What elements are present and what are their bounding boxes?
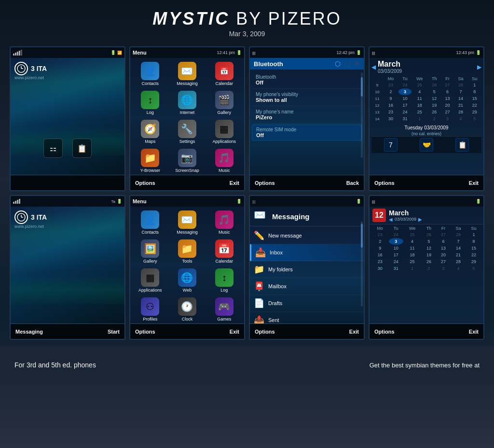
cal-day[interactable]: 25: [412, 109, 428, 115]
msg-item-sent[interactable]: 📤 Sent: [250, 312, 364, 323]
cal-day[interactable]: 23: [383, 109, 398, 115]
cal2-day[interactable]: 27: [436, 258, 451, 265]
cal-day[interactable]: 8: [467, 88, 481, 95]
bottom-messaging-home2[interactable]: Messaging: [15, 329, 43, 335]
cal2-day[interactable]: 11: [403, 245, 422, 252]
cal2-day[interactable]: 26: [421, 258, 436, 265]
contacts-icon[interactable]: 📋: [72, 139, 92, 158]
bottom-exit-msg1[interactable]: Exit: [349, 329, 359, 335]
cal-nav-left[interactable]: ◀: [371, 64, 376, 70]
cal-day[interactable]: 4: [412, 88, 428, 95]
menu2-item-web[interactable]: 🌐 Web: [169, 266, 206, 294]
menu2-item-gallery[interactable]: 🖼️ Gallery: [132, 238, 168, 266]
cal-day[interactable]: 24: [398, 82, 412, 88]
cal2-day[interactable]: 19: [421, 252, 436, 258]
cal2-day[interactable]: 4: [451, 265, 466, 272]
menu-item-screensnap[interactable]: 📷 ScreenSnap: [169, 147, 206, 175]
cal-day[interactable]: 1: [412, 115, 428, 122]
bottom-back-bt1[interactable]: Back: [346, 180, 359, 186]
menu2-item-apps[interactable]: ▦ Applications: [132, 266, 168, 294]
menu-icon[interactable]: ⚏: [43, 139, 63, 158]
cal-icon-2[interactable]: 🤝: [420, 138, 433, 152]
bottom-exit-menu1[interactable]: Exit: [230, 180, 239, 186]
cal2-day[interactable]: 20: [436, 252, 451, 258]
cal2-day[interactable]: 21: [451, 252, 466, 258]
cal-day[interactable]: 15: [467, 95, 481, 102]
cal-day[interactable]: 21: [454, 102, 468, 109]
bottom-options-menu2[interactable]: Options: [135, 329, 155, 335]
cal2-day[interactable]: 7: [451, 238, 466, 245]
bottom-options-bt1[interactable]: Options: [255, 180, 275, 186]
menu-item-gallery[interactable]: 🎬 Gallery: [206, 89, 242, 117]
cal2-day[interactable]: 6: [436, 238, 451, 245]
menu2-item-messaging[interactable]: ✉️ Messaging: [169, 209, 206, 237]
cal-day[interactable]: 4: [454, 115, 468, 122]
cal-day[interactable]: 5: [467, 115, 481, 122]
cal-day[interactable]: 2: [428, 115, 441, 122]
cal-day[interactable]: 7: [454, 88, 468, 95]
cal2-nav-left[interactable]: ◀: [389, 217, 393, 222]
menu2-item-calendar[interactable]: 📅 Calendar: [206, 238, 242, 266]
cal-icon-1[interactable]: 7: [384, 138, 398, 152]
cal-day[interactable]: 28: [454, 109, 468, 115]
menu2-item-tools[interactable]: 📁 Tools: [169, 238, 206, 266]
cal2-day[interactable]: 29: [466, 258, 481, 265]
cal2-day[interactable]: 31: [389, 265, 403, 272]
bottom-options-menu1[interactable]: Options: [135, 180, 155, 186]
bottom-exit-cal2[interactable]: Exit: [469, 329, 479, 335]
cal2-day[interactable]: 1: [466, 231, 481, 238]
cal-icon-3[interactable]: 📋: [455, 138, 469, 152]
cal2-day[interactable]: 23: [371, 258, 389, 265]
msg-item-mailbox[interactable]: 📮 Mailbox: [250, 278, 364, 295]
cal2-day[interactable]: 25: [403, 231, 422, 238]
cal-day[interactable]: 27: [441, 82, 453, 88]
cal2-day[interactable]: 27: [436, 231, 451, 238]
cal2-day[interactable]: 3: [436, 265, 451, 272]
cal2-day[interactable]: 26: [421, 231, 436, 238]
cal-day[interactable]: 24: [398, 109, 412, 115]
bottom-options-cal1[interactable]: Options: [374, 180, 395, 186]
cal2-day[interactable]: 25: [403, 258, 422, 265]
bottom-exit-cal1[interactable]: Exit: [469, 180, 479, 186]
cal-day[interactable]: 26: [428, 109, 441, 115]
cal2-day[interactable]: 17: [389, 252, 403, 258]
cal-day[interactable]: 13: [441, 95, 453, 102]
cal-day[interactable]: 3: [441, 115, 453, 122]
msg-item-drafts[interactable]: 📄 Drafts: [250, 295, 364, 312]
cal2-nav-right[interactable]: ▶: [418, 217, 422, 222]
menu2-item-profiles[interactable]: ⚇ Profiles: [132, 295, 168, 323]
cal2-day[interactable]: 30: [371, 265, 389, 272]
cal2-day[interactable]: 28: [451, 258, 466, 265]
cal-day[interactable]: 1: [467, 82, 481, 88]
menu-item-ybrowser[interactable]: 📁 Y-Browser: [132, 147, 168, 175]
cal-day[interactable]: 10: [398, 95, 412, 102]
cal-day[interactable]: 19: [428, 102, 441, 109]
cal-day[interactable]: 26: [428, 82, 441, 88]
cal2-day[interactable]: 9: [371, 245, 389, 252]
cal2-day[interactable]: 28: [451, 231, 466, 238]
menu2-item-games[interactable]: 🎮 Games: [206, 295, 242, 323]
menu-item-contacts[interactable]: 👤 Contacts: [132, 60, 168, 88]
menu-item-settings[interactable]: 🔧 Settings: [169, 118, 206, 146]
cal2-day[interactable]: 2: [371, 238, 389, 245]
cal-day[interactable]: 16: [383, 102, 398, 109]
cal2-day[interactable]: 24: [389, 258, 403, 265]
menu-item-calendar[interactable]: 📅 Calendar: [206, 60, 242, 88]
cal2-day[interactable]: 15: [466, 245, 481, 252]
msg-item-folders[interactable]: 📁 My folders: [250, 261, 364, 278]
cal-day[interactable]: 27: [441, 109, 453, 115]
cal2-day[interactable]: 14: [451, 245, 466, 252]
menu2-item-log[interactable]: ↕️ Log: [206, 266, 242, 294]
cal2-day[interactable]: 1: [403, 265, 422, 272]
cal-day[interactable]: 2: [383, 88, 398, 95]
cal-day-today[interactable]: 3: [398, 88, 412, 95]
cal2-day[interactable]: 12: [421, 245, 436, 252]
cal-day[interactable]: 31: [398, 115, 412, 122]
cal2-day[interactable]: 5: [421, 238, 436, 245]
menu2-item-music[interactable]: 🎵 Music: [206, 209, 242, 237]
cal-day[interactable]: 23: [383, 82, 398, 88]
bottom-options-msg1[interactable]: Options: [255, 329, 275, 335]
cal-day[interactable]: 25: [412, 82, 428, 88]
cal-day[interactable]: 20: [441, 102, 453, 109]
menu2-item-clock[interactable]: 🕐 Clock: [169, 295, 206, 323]
